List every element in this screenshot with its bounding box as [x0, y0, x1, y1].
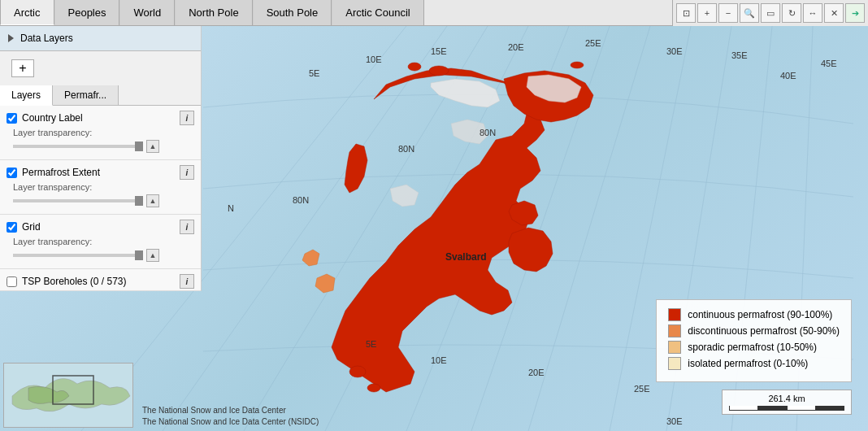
svg-text:15E: 15E — [431, 46, 447, 56]
measure-button[interactable]: ↔ — [803, 3, 822, 23]
svg-text:45E: 45E — [821, 59, 837, 68]
svg-text:25E: 25E — [585, 38, 601, 48]
layer-grid: Grid i Layer transparency: ▲ — [0, 215, 201, 269]
map-container[interactable]: 20E 25E 15E 10E 5E 30E 35E 45E 40E 5E 10… — [0, 26, 868, 431]
legend-color-continuous — [668, 308, 681, 321]
permafrost-extent-info-button[interactable]: i — [180, 165, 194, 180]
scale-bar: 261.4 km — [722, 390, 852, 415]
svg-text:5E: 5E — [309, 68, 319, 78]
tab-arctic[interactable]: Arctic — [0, 0, 54, 25]
permafrost-extent-transparency: Layer transparency: ▲ — [7, 180, 194, 212]
grid-name: Grid — [22, 221, 175, 233]
grid-info-button[interactable]: i — [180, 220, 194, 234]
svg-text:40E: 40E — [780, 71, 796, 81]
transparency-up-1[interactable]: ▲ — [146, 194, 159, 207]
svg-point-14 — [367, 384, 380, 392]
data-layers-header[interactable]: Data Layers — [0, 26, 201, 51]
zoom-out-button[interactable]: − — [718, 3, 738, 23]
scale-bar-line — [729, 406, 844, 411]
svg-point-11 — [429, 66, 449, 76]
svg-text:20E: 20E — [528, 368, 545, 377]
svg-text:20E: 20E — [508, 42, 524, 52]
layer-tsp-boreholes: TSP Boreholes (0 / 573) i — [0, 269, 201, 291]
legend-color-isolated — [668, 357, 681, 370]
tab-world[interactable]: World — [119, 0, 175, 25]
transparency-slider-1[interactable] — [13, 199, 143, 202]
transparency-up-0[interactable]: ▲ — [146, 140, 159, 153]
country-label-checkbox[interactable] — [7, 113, 17, 124]
add-icon: + — [19, 62, 26, 75]
collapse-icon — [8, 34, 14, 42]
svg-text:Svalbard: Svalbard — [445, 251, 487, 263]
svg-text:10E: 10E — [431, 355, 447, 365]
legend-continuous: continuous permafrost (90-100%) — [668, 308, 840, 321]
scale-label: 261.4 km — [768, 394, 805, 403]
svg-text:35E: 35E — [731, 50, 748, 60]
country-label-name: Country Label — [22, 112, 175, 124]
attribution: The National Snow and Ice Data Center Th… — [142, 405, 319, 428]
svg-text:80N: 80N — [293, 195, 309, 205]
transparency-label-1: Layer transparency: — [13, 182, 188, 192]
legend-label-discontinuous: discontinuous permafrost (50-90%) — [688, 325, 840, 337]
svg-point-13 — [349, 366, 366, 377]
svg-text:30E: 30E — [666, 46, 683, 56]
layer-tabs: Layers Permafr... — [0, 85, 201, 106]
layer-permafrost-extent: Permafrost Extent i Layer transparency: … — [0, 160, 201, 215]
legend: continuous permafrost (90-100%) disconti… — [656, 299, 852, 382]
close-button[interactable]: ✕ — [824, 3, 844, 23]
tsp-boreholes-name: TSP Boreholes (0 / 573) — [22, 276, 175, 287]
tab-south-pole[interactable]: South Pole — [253, 0, 332, 25]
country-label-info-button[interactable]: i — [180, 111, 194, 125]
tab-layers[interactable]: Layers — [0, 85, 53, 106]
legend-label-continuous: continuous permafrost (90-100%) — [688, 309, 832, 320]
legend-color-sporadic — [668, 341, 681, 354]
legend-label-sporadic: sporadic permafrost (10-50%) — [688, 342, 817, 353]
grid-transparency: Layer transparency: ▲ — [7, 234, 194, 267]
transparency-up-2[interactable]: ▲ — [146, 249, 159, 262]
legend-isolated: isolated permafrost (0-10%) — [668, 357, 840, 370]
transparency-slider-2[interactable] — [13, 254, 143, 257]
svg-point-12 — [408, 63, 421, 71]
attribution-line2: The National Snow and Ice Data Center (N… — [142, 416, 319, 428]
svg-text:30E: 30E — [666, 416, 683, 426]
zoom-box-button[interactable]: ⊡ — [676, 3, 696, 23]
map-toolbar: ⊡ + − 🔍 ▭ ↻ ↔ ✕ ➔ — [672, 0, 868, 26]
tsp-boreholes-checkbox[interactable] — [7, 276, 17, 287]
tab-north-pole[interactable]: North Pole — [175, 0, 252, 25]
svg-text:5E: 5E — [366, 339, 376, 349]
svg-text:25E: 25E — [634, 384, 650, 394]
transparency-label-2: Layer transparency: — [13, 237, 188, 246]
svg-text:80N: 80N — [480, 128, 496, 137]
svg-text:80N: 80N — [398, 144, 414, 154]
legend-label-isolated: isolated permafrost (0-10%) — [688, 358, 808, 369]
legend-color-discontinuous — [668, 324, 681, 337]
zoom-in-button[interactable]: + — [697, 3, 717, 23]
permafrost-extent-checkbox[interactable] — [7, 168, 17, 178]
tsp-boreholes-info-button[interactable]: i — [180, 274, 194, 289]
data-layers-label: Data Layers — [20, 33, 73, 44]
search-button[interactable]: 🔍 — [740, 3, 759, 23]
layer-country-label: Country Label i Layer transparency: ▲ — [0, 106, 201, 160]
country-label-transparency: Layer transparency: ▲ — [7, 125, 194, 158]
zoom-extent-button[interactable]: ▭ — [761, 3, 780, 23]
transparency-label-0: Layer transparency: — [13, 128, 188, 137]
export-button[interactable]: ➔ — [845, 3, 865, 23]
add-layer-button[interactable]: + — [11, 59, 34, 77]
grid-checkbox[interactable] — [7, 222, 17, 233]
transparency-slider-0[interactable] — [13, 145, 143, 148]
left-panel: Data Layers + Layers Permafr... Country … — [0, 26, 202, 291]
pan-button[interactable]: ↻ — [782, 3, 801, 23]
mini-map[interactable] — [3, 363, 133, 428]
top-navigation: Arctic Peoples World North Pole South Po… — [0, 0, 868, 26]
svg-text:10E: 10E — [366, 54, 382, 64]
legend-discontinuous: discontinuous permafrost (50-90%) — [668, 324, 840, 337]
permafrost-extent-name: Permafrost Extent — [22, 167, 175, 178]
svg-text:N: N — [228, 203, 234, 213]
tab-arctic-council[interactable]: Arctic Council — [332, 0, 423, 25]
tab-peoples[interactable]: Peoples — [54, 0, 120, 25]
tab-permafrost[interactable]: Permafr... — [53, 85, 119, 105]
legend-sporadic: sporadic permafrost (10-50%) — [668, 341, 840, 354]
attribution-line1: The National Snow and Ice Data Center — [142, 405, 319, 416]
svg-point-15 — [571, 62, 584, 68]
